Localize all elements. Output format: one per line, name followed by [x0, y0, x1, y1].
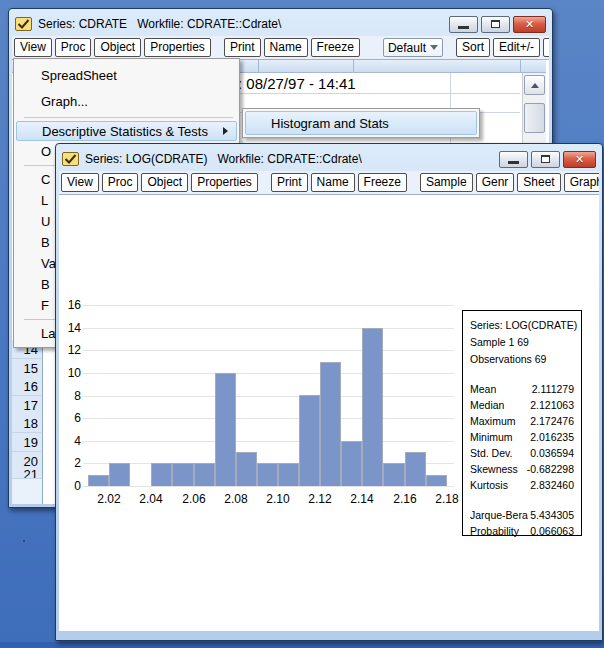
- stat-name: Skewness: [470, 463, 518, 475]
- toolbar-button-smpl[interactable]: Smpl+/-: [543, 38, 549, 57]
- menu-item-label: U: [41, 214, 50, 229]
- minimize-button[interactable]: [499, 151, 528, 168]
- toolbar-button-freeze[interactable]: Freeze: [311, 38, 360, 57]
- eviews-series-icon: [62, 152, 79, 166]
- last-updated-cell[interactable]: : 08/27/97 - 14:41: [238, 75, 356, 92]
- toolbar-button-name[interactable]: Name: [264, 38, 308, 57]
- x-tick-label: 2.14: [341, 492, 383, 506]
- toolbar-button-properties[interactable]: Properties: [191, 173, 258, 192]
- histogram-bar: [362, 328, 383, 486]
- titlebar-log-cdrate[interactable]: Series: LOG(CDRATE) Workfile: CDRATE::Cd…: [59, 147, 599, 171]
- histogram-bar: [383, 463, 405, 486]
- menu-item-descriptive-statistics-tests[interactable]: Descriptive Statistics & Tests: [16, 121, 237, 141]
- stat-name: Kurtosis: [470, 479, 508, 491]
- toolbar-button-object[interactable]: Object: [94, 38, 141, 57]
- x-tick-label: 2.08: [215, 492, 257, 506]
- toolbar-button-view[interactable]: View: [61, 173, 99, 192]
- stat-value: 5.434305: [530, 509, 574, 521]
- maximize-icon: [541, 155, 550, 163]
- row-number-cell[interactable]: 20: [12, 452, 43, 471]
- histogram-bar: [151, 463, 172, 486]
- desktop: Series: CDRATE Workfile: CDRATE::Cdrate\…: [0, 0, 604, 648]
- stat-value: 2.832460: [530, 479, 574, 491]
- histogram-bar: [426, 475, 447, 486]
- stat-value: 2.121063: [530, 399, 574, 411]
- row-header-filler: [12, 479, 43, 504]
- row-number-cell[interactable]: 19: [12, 433, 43, 452]
- row-number-cell[interactable]: 21: [12, 470, 43, 479]
- row-number-cell[interactable]: 16: [12, 377, 43, 396]
- menu-item-label: Va: [41, 256, 56, 271]
- close-button[interactable]: ✕: [513, 16, 546, 33]
- menu-item-spreadsheet[interactable]: SpreadSheet: [14, 62, 239, 88]
- toolbar-button-proc[interactable]: Proc: [102, 173, 139, 192]
- minimize-icon: [508, 161, 519, 164]
- y-gridline: [83, 328, 454, 329]
- toolbar-button-sheet[interactable]: Sheet: [517, 173, 560, 192]
- y-tick-label: 8: [59, 389, 81, 403]
- toolbar-cdrate: ViewProcObjectPropertiesPrintNameFreeze …: [12, 36, 549, 60]
- histogram-bar: [278, 463, 299, 486]
- histogram-bar: [88, 475, 109, 486]
- stat-row-std-dev: Std. Dev.0.036594: [470, 445, 574, 461]
- toolbar-button-print[interactable]: Print: [271, 173, 308, 192]
- close-icon: ✕: [575, 153, 584, 166]
- row-number-cell[interactable]: 17: [12, 396, 43, 415]
- maximize-icon: [491, 20, 500, 28]
- scrollbar-thumb[interactable]: [524, 103, 545, 133]
- histogram-bar: [236, 452, 257, 486]
- toolbar-button-view[interactable]: View: [14, 38, 52, 57]
- close-button[interactable]: ✕: [563, 151, 596, 168]
- stats-panel: Series: LOG(CDRATE)Sample 1 69Observatio…: [462, 310, 582, 536]
- toolbar-button-sample[interactable]: Sample: [420, 173, 473, 192]
- maximize-button[interactable]: [531, 151, 560, 168]
- y-gridline: [83, 396, 454, 397]
- row-number-cell[interactable]: 15: [12, 359, 43, 378]
- menu-item-label: Descriptive Statistics & Tests: [42, 124, 208, 139]
- stat-name: Median: [470, 399, 504, 411]
- toolbar-button-print[interactable]: Print: [224, 38, 261, 57]
- stat-name: Mean: [470, 383, 496, 395]
- close-icon: ✕: [525, 18, 534, 31]
- row-number-cell[interactable]: 18: [12, 414, 43, 433]
- scroll-up-icon: [531, 83, 539, 88]
- y-tick-label: 6: [59, 411, 81, 425]
- toolbar-button-graph[interactable]: Graph: [564, 173, 599, 192]
- toolbar-button-genr[interactable]: Genr: [476, 173, 515, 192]
- minimize-icon: [458, 26, 469, 29]
- toolbar-button-proc[interactable]: Proc: [55, 38, 92, 57]
- stat-value: 2.172476: [530, 415, 574, 427]
- stat-name: Maximum: [470, 415, 516, 427]
- menu-item-label: F: [41, 298, 49, 313]
- minimize-button[interactable]: [449, 16, 478, 33]
- histogram-bar: [109, 463, 130, 486]
- histogram-view: 02468101214162.022.042.062.082.102.122.1…: [59, 195, 599, 631]
- menu-item-label: B: [41, 277, 50, 292]
- toolbar-button-name[interactable]: Name: [311, 173, 355, 192]
- stat-value: 2.111279: [532, 383, 574, 395]
- menu-item-graph[interactable]: Graph...: [14, 88, 239, 114]
- stats-header-line: Observations 69: [470, 351, 574, 368]
- toolbar-button-object[interactable]: Object: [141, 173, 188, 192]
- maximize-button[interactable]: [481, 16, 510, 33]
- histogram-bar: [299, 395, 320, 486]
- toolbar-button-freeze[interactable]: Freeze: [358, 173, 407, 192]
- histogram-bar: [257, 463, 278, 486]
- menu-item-histogram-and-stats[interactable]: Histogram and Stats: [245, 111, 477, 135]
- y-gridline: [83, 486, 454, 487]
- desktop-speck: [23, 540, 25, 542]
- x-tick-label: 2.10: [257, 492, 299, 506]
- toolbar-button-edit[interactable]: Edit+/-: [493, 38, 540, 57]
- histogram-bar: [405, 452, 426, 486]
- titlebar-cdrate[interactable]: Series: CDRATE Workfile: CDRATE::Cdrate\…: [12, 12, 549, 36]
- toolbar-button-properties[interactable]: Properties: [144, 38, 211, 57]
- toolbar-button-sort[interactable]: Sort: [456, 38, 490, 57]
- stat-row-kurtosis: Kurtosis2.832460: [470, 477, 574, 493]
- sample-preset-dropdown[interactable]: Default: [383, 38, 443, 57]
- stat-name: Jarque-Bera: [470, 509, 528, 521]
- eviews-series-icon: [15, 17, 32, 31]
- scroll-up-button[interactable]: [524, 75, 545, 95]
- y-gridline: [83, 350, 454, 351]
- chevron-down-icon: [430, 45, 438, 50]
- x-tick-label: 2.02: [88, 492, 130, 506]
